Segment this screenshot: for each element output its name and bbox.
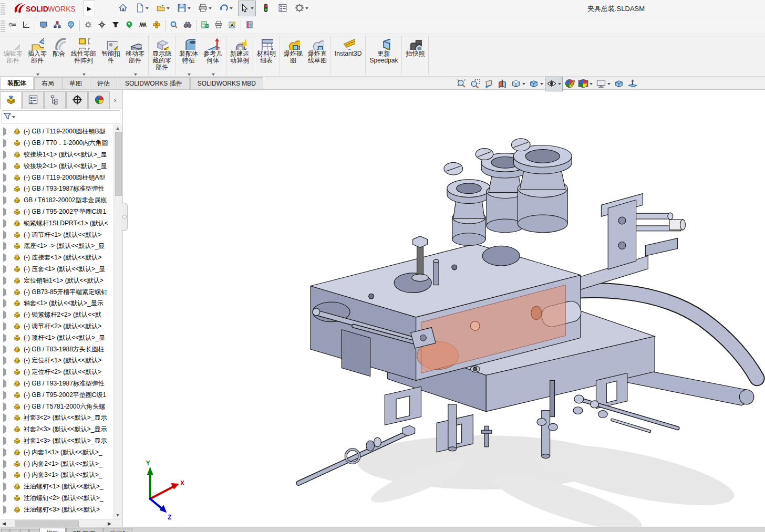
toolbar-grip[interactable] bbox=[1, 2, 5, 15]
tree-item-17[interactable]: (-) 调节杆<2> (默认<<默认> bbox=[0, 321, 114, 332]
expand-arrow-icon[interactable] bbox=[3, 482, 11, 491]
share-button[interactable] bbox=[50, 19, 64, 33]
tree-item-18[interactable]: (-) 顶杆<1> (默认<<默认>_显 bbox=[0, 332, 114, 343]
expand-arrow-icon[interactable] bbox=[3, 162, 11, 171]
screw-button[interactable] bbox=[6, 19, 19, 33]
expand-arrow-icon[interactable] bbox=[3, 425, 11, 434]
configuration-manager-tab[interactable] bbox=[44, 91, 66, 109]
ribbon-button-6[interactable]: 显示隐 藏的零 部件 bbox=[150, 34, 174, 76]
gear-button[interactable] bbox=[81, 19, 95, 33]
bottom-tab-0[interactable]: 模型 bbox=[39, 528, 66, 532]
expand-arrow-icon[interactable] bbox=[3, 494, 11, 503]
bottom-tab-2[interactable]: 动画1 bbox=[103, 528, 133, 532]
previous-view-button[interactable] bbox=[482, 77, 495, 91]
propertymanager-tab[interactable] bbox=[22, 91, 44, 109]
dropdown-caret-icon[interactable] bbox=[212, 74, 215, 76]
sheet-nav-2[interactable]: ▶ bbox=[20, 529, 29, 532]
dropdown-caret-icon[interactable] bbox=[36, 74, 39, 76]
expand-arrow-icon[interactable] bbox=[3, 127, 11, 136]
properties-list-button[interactable] bbox=[276, 1, 290, 16]
dropdown-caret-icon[interactable] bbox=[607, 83, 611, 85]
expand-arrow-icon[interactable] bbox=[3, 471, 11, 479]
command-tab-3[interactable]: 评估 bbox=[90, 77, 117, 89]
annotation-button[interactable]: A bbox=[225, 19, 239, 33]
tree-item-22[interactable]: (-) GB / T93-1987标准型弹性 bbox=[0, 378, 114, 390]
expand-arrow-icon[interactable] bbox=[3, 242, 11, 251]
tree-item-3[interactable]: 铰接块2<1> (默认<<默认>_显 bbox=[0, 160, 114, 172]
panel-splitter-handle[interactable] bbox=[121, 203, 128, 231]
dropdown-caret-icon[interactable] bbox=[188, 7, 191, 9]
dropdown-caret-icon[interactable] bbox=[522, 83, 525, 85]
tree-item-21[interactable]: (-) 定位杆<2> (默认<<默认> bbox=[0, 367, 114, 378]
open-button[interactable] bbox=[154, 1, 172, 16]
expand-arrow-icon[interactable] bbox=[3, 448, 11, 457]
expand-arrow-icon[interactable] bbox=[3, 150, 11, 159]
search-button[interactable] bbox=[167, 19, 181, 33]
tree-item-8[interactable]: 锁紧螺杆1SLDPRT<1> (默认< bbox=[0, 217, 114, 229]
tree-item-14[interactable]: (-) GB73-85开槽平端紧定螺钉 bbox=[0, 286, 114, 298]
expand-arrow-icon[interactable] bbox=[3, 379, 11, 388]
tree-item-12[interactable]: (-) 压套<1> (默认<<默认>_显 bbox=[0, 264, 114, 275]
tree-item-7[interactable]: (-) GB / T95-2002平垫圈C级1 bbox=[0, 206, 114, 218]
ribbon-button-10[interactable]: 材料明 细表 bbox=[254, 34, 278, 76]
tree-item-4[interactable]: (-) GB / T119-2000圆柱销A型 bbox=[0, 172, 114, 183]
ribbon-button-4[interactable]: 智能扣 件 bbox=[99, 34, 123, 76]
dark-gear-button[interactable] bbox=[95, 19, 109, 33]
tree-item-20[interactable]: (-) 定位杆<1> (默认<<默认> bbox=[0, 355, 114, 367]
ribbon-button-5[interactable]: 移动零 部件 bbox=[123, 34, 147, 76]
expand-arrow-icon[interactable] bbox=[3, 288, 11, 297]
home-button[interactable] bbox=[116, 1, 130, 16]
panel-tabs-more-arrow[interactable]: › bbox=[110, 91, 120, 109]
expand-arrow-icon[interactable] bbox=[3, 460, 11, 468]
zoom-area-button[interactable] bbox=[468, 77, 482, 91]
print2-button[interactable] bbox=[212, 19, 225, 33]
tree-item-31[interactable]: 注油螺钉<1> (默认<<默认>_ bbox=[0, 481, 114, 493]
expand-arrow-icon[interactable] bbox=[3, 184, 11, 193]
command-tab-0[interactable]: 装配体 bbox=[0, 77, 34, 89]
view-cube-button[interactable] bbox=[612, 77, 626, 91]
dropdown-caret-icon[interactable] bbox=[209, 7, 212, 9]
dropdown-caret-icon[interactable] bbox=[558, 83, 561, 85]
expand-arrow-icon[interactable] bbox=[3, 413, 11, 422]
dropdown-caret-icon[interactable] bbox=[82, 74, 86, 76]
edrawings-globe-button[interactable] bbox=[64, 19, 78, 33]
expand-arrow-icon[interactable] bbox=[3, 322, 11, 331]
spring-button[interactable] bbox=[136, 19, 150, 33]
command-tab-5[interactable]: SOLIDWORKS MBD bbox=[190, 77, 263, 89]
expand-arrow-icon[interactable] bbox=[3, 391, 11, 400]
hide-show-items-button[interactable] bbox=[545, 77, 563, 91]
apply-scene-button[interactable] bbox=[576, 77, 594, 91]
tree-item-25[interactable]: 衬套3<2> (默认<<默认>_显示 bbox=[0, 412, 114, 424]
undo-button[interactable] bbox=[217, 1, 235, 16]
ribbon-button-9[interactable]: 新建运 动算例 bbox=[228, 34, 252, 76]
tree-item-0[interactable]: (-) GB / T119-2000圆柱销B型 bbox=[0, 126, 114, 138]
expand-arrow-icon[interactable] bbox=[3, 207, 11, 216]
tree-item-32[interactable]: 注油螺钉<2> (默认<<默认>_ bbox=[0, 493, 114, 504]
simulation-part-button[interactable] bbox=[150, 19, 163, 33]
new-doc-button[interactable] bbox=[133, 1, 151, 16]
view-settings-button[interactable] bbox=[594, 77, 612, 91]
tree-item-10[interactable]: 底座<1> -> (默认<<默认>_显 bbox=[0, 241, 114, 252]
section-view-button[interactable] bbox=[495, 77, 509, 91]
tree-item-27[interactable]: 衬套1<3> (默认<<默认>_显示 bbox=[0, 435, 114, 447]
expand-arrow-icon[interactable] bbox=[3, 219, 11, 228]
tree-filter-box[interactable] bbox=[2, 110, 120, 123]
dropdown-caret-icon[interactable] bbox=[146, 7, 149, 9]
expand-arrow-icon[interactable] bbox=[3, 310, 11, 319]
command-tab-2[interactable]: 草图 bbox=[62, 77, 89, 89]
dropdown-caret-icon[interactable] bbox=[251, 7, 254, 9]
dropdown-caret-icon[interactable] bbox=[305, 7, 308, 9]
tree-item-24[interactable]: (-) GB / T5781-2000六角头螺 bbox=[0, 401, 114, 412]
expand-arrow-icon[interactable] bbox=[3, 253, 11, 262]
view-orientation-button[interactable] bbox=[509, 77, 527, 91]
tree-item-23[interactable]: (-) GB / T95-2002平垫圈C级1 bbox=[0, 389, 114, 401]
angle-ruler-button[interactable] bbox=[19, 19, 33, 33]
dropdown-caret-icon[interactable] bbox=[230, 7, 233, 9]
tree-item-2[interactable]: 铰接块1<1> (默认<<默认>_显 bbox=[0, 149, 114, 161]
ribbon-button-3[interactable]: 线性零部 件阵列 bbox=[68, 34, 99, 76]
tree-item-30[interactable]: (-) 内套3<1> (默认<<默认>_ bbox=[0, 470, 114, 481]
dropdown-caret-icon[interactable] bbox=[188, 74, 191, 76]
excel-export-button[interactable]: X bbox=[198, 19, 212, 33]
tree-item-13[interactable]: 定位销轴1<1> (默认<<默认> bbox=[0, 275, 114, 286]
tree-item-29[interactable]: (-) 内套2<1> (默认<<默认>_ bbox=[0, 458, 114, 470]
